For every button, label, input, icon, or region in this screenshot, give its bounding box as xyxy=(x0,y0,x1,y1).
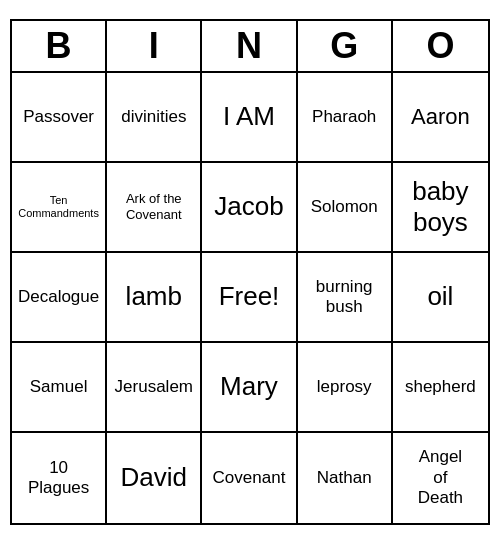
cell-text: Aaron xyxy=(411,104,470,130)
cell-text: Ark of theCovenant xyxy=(126,191,182,222)
cell-text: TenCommandments xyxy=(18,194,99,220)
cell-text: Passover xyxy=(23,107,94,127)
bingo-cell[interactable]: burningbush xyxy=(298,253,393,343)
bingo-cell[interactable]: Nathan xyxy=(298,433,393,523)
bingo-cell[interactable]: Samuel xyxy=(12,343,107,433)
cell-text: I AM xyxy=(223,101,275,132)
bingo-cell[interactable]: Mary xyxy=(202,343,297,433)
cell-text: Samuel xyxy=(30,377,88,397)
bingo-cell[interactable]: Aaron xyxy=(393,73,488,163)
cell-text: 10Plagues xyxy=(28,458,89,499)
header-letter: G xyxy=(298,21,393,71)
bingo-cell[interactable]: babyboys xyxy=(393,163,488,253)
cell-text: burningbush xyxy=(316,277,373,318)
bingo-cell[interactable]: 10Plagues xyxy=(12,433,107,523)
cell-text: Pharaoh xyxy=(312,107,376,127)
bingo-header: BINGO xyxy=(12,21,488,73)
bingo-cell[interactable]: Free! xyxy=(202,253,297,343)
cell-text: shepherd xyxy=(405,377,476,397)
bingo-cell[interactable]: leprosy xyxy=(298,343,393,433)
bingo-cell[interactable]: I AM xyxy=(202,73,297,163)
cell-text: Mary xyxy=(220,371,278,402)
cell-text: Covenant xyxy=(213,468,286,488)
bingo-cell[interactable]: oil xyxy=(393,253,488,343)
bingo-cell[interactable]: Decalogue xyxy=(12,253,107,343)
bingo-cell[interactable]: Ark of theCovenant xyxy=(107,163,202,253)
bingo-cell[interactable]: David xyxy=(107,433,202,523)
cell-text: Jacob xyxy=(214,191,283,222)
header-letter: N xyxy=(202,21,297,71)
cell-text: Free! xyxy=(219,281,280,312)
bingo-grid: PassoverdivinitiesI AMPharaohAaronTenCom… xyxy=(12,73,488,523)
bingo-cell[interactable]: Solomon xyxy=(298,163,393,253)
cell-text: Solomon xyxy=(311,197,378,217)
cell-text: leprosy xyxy=(317,377,372,397)
cell-text: Jerusalem xyxy=(115,377,193,397)
bingo-cell[interactable]: AngelofDeath xyxy=(393,433,488,523)
bingo-cell[interactable]: Jacob xyxy=(202,163,297,253)
bingo-cell[interactable]: divinities xyxy=(107,73,202,163)
cell-text: oil xyxy=(427,281,453,312)
header-letter: I xyxy=(107,21,202,71)
cell-text: Nathan xyxy=(317,468,372,488)
cell-text: Decalogue xyxy=(18,287,99,307)
bingo-cell[interactable]: Pharaoh xyxy=(298,73,393,163)
bingo-cell[interactable]: TenCommandments xyxy=(12,163,107,253)
header-letter: O xyxy=(393,21,488,71)
bingo-card: BINGO PassoverdivinitiesI AMPharaohAaron… xyxy=(10,19,490,525)
bingo-cell[interactable]: shepherd xyxy=(393,343,488,433)
bingo-cell[interactable]: Jerusalem xyxy=(107,343,202,433)
cell-text: David xyxy=(121,462,187,493)
cell-text: lamb xyxy=(126,281,182,312)
cell-text: AngelofDeath xyxy=(418,447,463,508)
bingo-cell[interactable]: Covenant xyxy=(202,433,297,523)
cell-text: babyboys xyxy=(412,176,468,238)
bingo-cell[interactable]: lamb xyxy=(107,253,202,343)
bingo-cell[interactable]: Passover xyxy=(12,73,107,163)
header-letter: B xyxy=(12,21,107,71)
cell-text: divinities xyxy=(121,107,186,127)
